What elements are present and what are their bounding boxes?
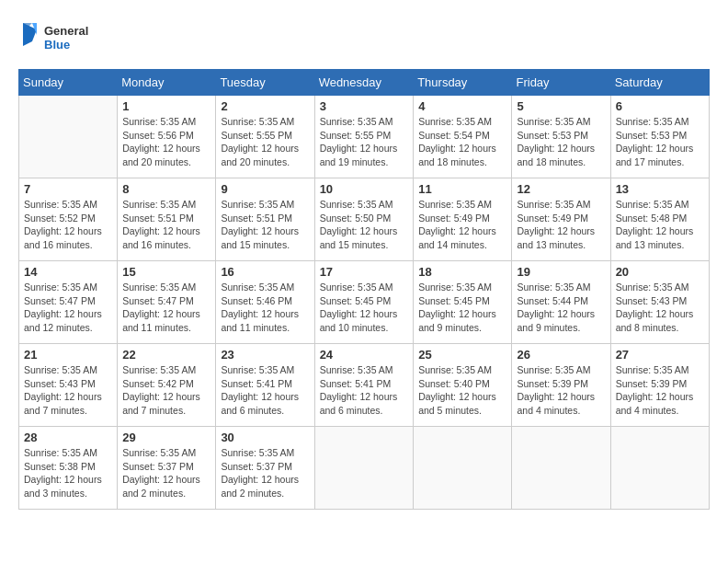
day-info: Sunrise: 5:35 AM Sunset: 5:47 PM Dayligh… [24,281,112,335]
calendar-cell: 6Sunrise: 5:35 AM Sunset: 5:53 PM Daylig… [610,96,709,178]
day-number: 1 [122,99,210,113]
day-number: 21 [24,348,112,362]
page-header: General Blue [18,18,710,60]
calendar-cell [512,427,610,510]
day-number: 4 [418,99,506,113]
calendar-week-4: 21Sunrise: 5:35 AM Sunset: 5:43 PM Dayli… [19,344,710,427]
day-number: 17 [320,265,409,279]
calendar-cell: 24Sunrise: 5:35 AM Sunset: 5:41 PM Dayli… [314,344,414,427]
day-info: Sunrise: 5:35 AM Sunset: 5:41 PM Dayligh… [320,363,409,418]
day-number: 19 [517,265,605,279]
day-number: 5 [517,99,605,113]
day-info: Sunrise: 5:35 AM Sunset: 5:51 PM Dayligh… [221,198,309,252]
day-number: 11 [418,182,506,196]
calendar-header-row: SundayMondayTuesdayWednesdayThursdayFrid… [19,70,710,96]
calendar-cell: 16Sunrise: 5:35 AM Sunset: 5:46 PM Dayli… [216,261,314,344]
day-info: Sunrise: 5:35 AM Sunset: 5:38 PM Dayligh… [24,446,112,500]
calendar-cell: 30Sunrise: 5:35 AM Sunset: 5:37 PM Dayli… [216,427,314,510]
calendar-cell: 9Sunrise: 5:35 AM Sunset: 5:51 PM Daylig… [216,178,314,261]
day-info: Sunrise: 5:35 AM Sunset: 5:44 PM Dayligh… [517,281,605,335]
calendar-cell: 7Sunrise: 5:35 AM Sunset: 5:52 PM Daylig… [19,178,118,261]
column-header-tuesday: Tuesday [216,70,314,96]
column-header-friday: Friday [512,70,610,96]
day-number: 30 [221,431,309,444]
calendar-week-5: 28Sunrise: 5:35 AM Sunset: 5:38 PM Dayli… [19,427,710,510]
calendar-week-3: 14Sunrise: 5:35 AM Sunset: 5:47 PM Dayli… [19,261,710,344]
day-number: 27 [616,348,704,362]
day-info: Sunrise: 5:35 AM Sunset: 5:39 PM Dayligh… [517,363,605,418]
day-number: 13 [616,182,704,196]
calendar-cell: 20Sunrise: 5:35 AM Sunset: 5:43 PM Dayli… [610,261,709,344]
day-info: Sunrise: 5:35 AM Sunset: 5:39 PM Dayligh… [616,363,704,418]
calendar-cell: 8Sunrise: 5:35 AM Sunset: 5:51 PM Daylig… [118,178,216,261]
day-info: Sunrise: 5:35 AM Sunset: 5:53 PM Dayligh… [517,115,605,169]
calendar-table: SundayMondayTuesdayWednesdayThursdayFrid… [18,69,710,510]
calendar-cell: 17Sunrise: 5:35 AM Sunset: 5:45 PM Dayli… [314,261,414,344]
day-number: 29 [122,431,210,444]
column-header-saturday: Saturday [610,70,709,96]
column-header-wednesday: Wednesday [314,70,414,96]
day-info: Sunrise: 5:35 AM Sunset: 5:43 PM Dayligh… [616,281,704,335]
day-number: 18 [418,265,506,279]
day-number: 10 [320,182,409,196]
day-info: Sunrise: 5:35 AM Sunset: 5:49 PM Dayligh… [418,198,506,252]
day-number: 7 [24,182,112,196]
calendar-cell: 3Sunrise: 5:35 AM Sunset: 5:55 PM Daylig… [314,96,414,178]
day-info: Sunrise: 5:35 AM Sunset: 5:37 PM Dayligh… [221,446,309,500]
day-number: 20 [616,265,704,279]
day-number: 9 [221,182,309,196]
day-number: 8 [122,182,210,196]
day-number: 24 [320,348,409,362]
calendar-cell: 4Sunrise: 5:35 AM Sunset: 5:54 PM Daylig… [414,96,512,178]
calendar-cell: 29Sunrise: 5:35 AM Sunset: 5:37 PM Dayli… [118,427,216,510]
calendar-cell: 19Sunrise: 5:35 AM Sunset: 5:44 PM Dayli… [512,261,610,344]
day-number: 23 [221,348,309,362]
day-number: 22 [122,348,210,362]
calendar-cell: 21Sunrise: 5:35 AM Sunset: 5:43 PM Dayli… [19,344,118,427]
day-number: 12 [517,182,605,196]
day-number: 28 [24,431,112,444]
day-number: 14 [24,265,112,279]
calendar-cell [314,427,414,510]
day-info: Sunrise: 5:35 AM Sunset: 5:45 PM Dayligh… [418,281,506,335]
calendar-cell [19,96,118,178]
calendar-cell: 12Sunrise: 5:35 AM Sunset: 5:49 PM Dayli… [512,178,610,261]
logo: General Blue [18,18,92,60]
calendar-cell: 2Sunrise: 5:35 AM Sunset: 5:55 PM Daylig… [216,96,314,178]
day-number: 6 [616,99,704,113]
calendar-cell: 23Sunrise: 5:35 AM Sunset: 5:41 PM Dayli… [216,344,314,427]
day-info: Sunrise: 5:35 AM Sunset: 5:51 PM Dayligh… [122,198,210,252]
day-info: Sunrise: 5:35 AM Sunset: 5:55 PM Dayligh… [320,115,409,169]
day-info: Sunrise: 5:35 AM Sunset: 5:49 PM Dayligh… [517,198,605,252]
calendar-cell: 25Sunrise: 5:35 AM Sunset: 5:40 PM Dayli… [414,344,512,427]
calendar-cell: 1Sunrise: 5:35 AM Sunset: 5:56 PM Daylig… [118,96,216,178]
calendar-week-2: 7Sunrise: 5:35 AM Sunset: 5:52 PM Daylig… [19,178,710,261]
day-info: Sunrise: 5:35 AM Sunset: 5:53 PM Dayligh… [616,115,704,169]
day-info: Sunrise: 5:35 AM Sunset: 5:42 PM Dayligh… [122,363,210,418]
day-number: 16 [221,265,309,279]
day-number: 2 [221,99,309,113]
calendar-cell: 11Sunrise: 5:35 AM Sunset: 5:49 PM Dayli… [414,178,512,261]
calendar-cell: 10Sunrise: 5:35 AM Sunset: 5:50 PM Dayli… [314,178,414,261]
calendar-cell: 5Sunrise: 5:35 AM Sunset: 5:53 PM Daylig… [512,96,610,178]
day-info: Sunrise: 5:35 AM Sunset: 5:46 PM Dayligh… [221,281,309,335]
day-info: Sunrise: 5:35 AM Sunset: 5:54 PM Dayligh… [418,115,506,169]
day-info: Sunrise: 5:35 AM Sunset: 5:43 PM Dayligh… [24,363,112,418]
day-number: 15 [122,265,210,279]
calendar-cell: 28Sunrise: 5:35 AM Sunset: 5:38 PM Dayli… [19,427,118,510]
calendar-cell: 18Sunrise: 5:35 AM Sunset: 5:45 PM Dayli… [414,261,512,344]
day-info: Sunrise: 5:35 AM Sunset: 5:56 PM Dayligh… [122,115,210,169]
svg-text:Blue: Blue [44,38,70,52]
day-number: 3 [320,99,409,113]
calendar-cell [610,427,709,510]
day-info: Sunrise: 5:35 AM Sunset: 5:41 PM Dayligh… [221,363,309,418]
day-number: 26 [517,348,605,362]
column-header-thursday: Thursday [414,70,512,96]
column-header-sunday: Sunday [19,70,118,96]
calendar-cell: 15Sunrise: 5:35 AM Sunset: 5:47 PM Dayli… [118,261,216,344]
svg-text:General: General [44,24,88,38]
day-info: Sunrise: 5:35 AM Sunset: 5:55 PM Dayligh… [221,115,309,169]
column-header-monday: Monday [118,70,216,96]
calendar-cell: 14Sunrise: 5:35 AM Sunset: 5:47 PM Dayli… [19,261,118,344]
day-info: Sunrise: 5:35 AM Sunset: 5:48 PM Dayligh… [616,198,704,252]
